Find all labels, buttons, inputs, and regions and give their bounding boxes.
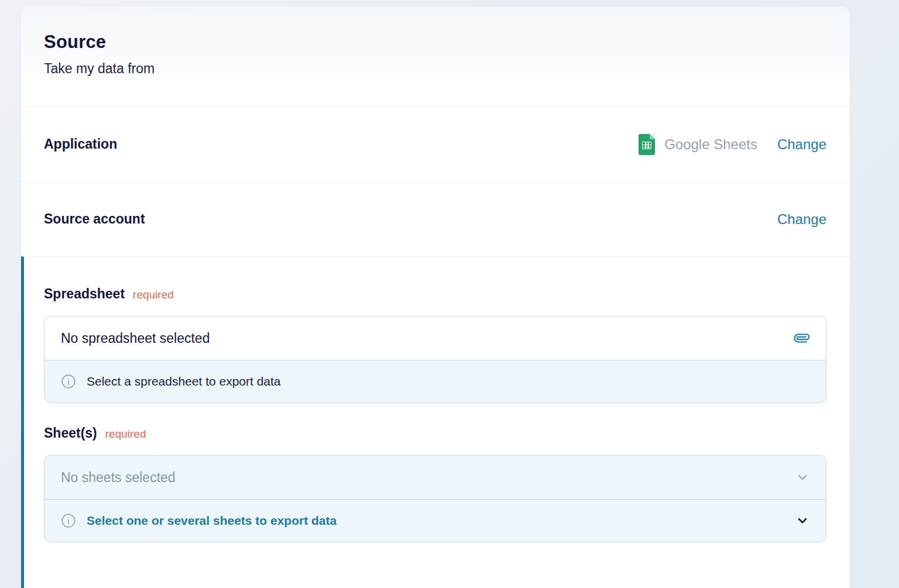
spreadsheet-picker[interactable]: No spreadsheet selected (44, 317, 826, 360)
sheets-select-placeholder: No sheets selected (61, 470, 176, 486)
spreadsheet-group-box: No spreadsheet selected (44, 316, 826, 403)
spreadsheet-field: Spreadsheet required No spreadsheet sele… (44, 286, 826, 403)
paperclip-icon[interactable] (794, 331, 809, 346)
spreadsheet-required-badge: required (133, 288, 174, 301)
sheets-required-badge: required (105, 428, 146, 441)
sheets-field: Sheet(s) required No sheets selected (44, 425, 826, 542)
application-row: Application Google Sheets Change (21, 106, 850, 181)
change-source-account-link[interactable]: Change (777, 211, 826, 228)
spreadsheet-label: Spreadsheet (44, 286, 125, 302)
spreadsheet-hint-text: Select a spreadsheet to export data (87, 374, 281, 388)
google-sheets-icon (639, 134, 655, 155)
page-title: Source (44, 32, 826, 53)
selected-application: Google Sheets (639, 134, 757, 155)
application-name: Google Sheets (664, 136, 757, 153)
source-card: Source Take my data from Application Goo… (21, 7, 850, 588)
chevron-down-icon[interactable] (795, 514, 809, 528)
sheets-hint-text: Select one or several sheets to export d… (87, 514, 337, 528)
source-account-label: Source account (44, 211, 145, 227)
page-subtitle: Take my data from (44, 61, 826, 77)
info-icon (61, 374, 76, 389)
card-header: Source Take my data from (21, 7, 850, 106)
sheets-label: Sheet(s) (44, 425, 97, 441)
source-account-row: Source account Change (21, 181, 850, 256)
spreadsheet-picker-value: No spreadsheet selected (61, 331, 210, 346)
info-icon (61, 513, 76, 528)
source-settings-section: Spreadsheet required No spreadsheet sele… (21, 256, 850, 588)
sheets-group-box: No sheets selected (44, 455, 826, 542)
spreadsheet-hint-row: Select a spreadsheet to export data (44, 360, 826, 403)
sheets-select[interactable]: No sheets selected (44, 456, 826, 499)
chevron-down-icon[interactable] (795, 470, 809, 484)
change-application-link[interactable]: Change (777, 136, 826, 153)
application-label: Application (44, 136, 117, 152)
sheets-hint-row[interactable]: Select one or several sheets to export d… (44, 499, 826, 542)
